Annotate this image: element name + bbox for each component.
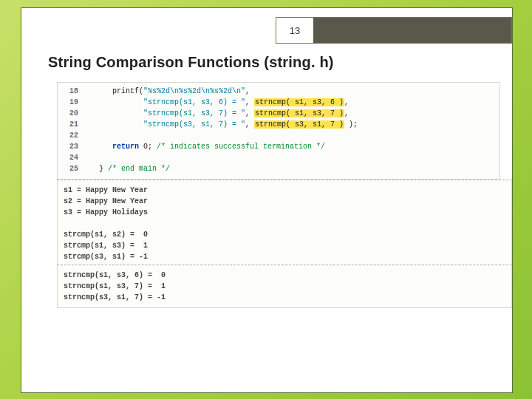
slide-title: String Comparison Functions (string. h) (48, 54, 334, 71)
output-block-1: s1 = Happy New Year s2 = Happy New Year … (57, 180, 512, 267)
code-line: 25 } /* end main */ (58, 163, 499, 174)
code-line: 19 "strncmp(s1, s3, 6) = ", strncmp( s1,… (58, 97, 499, 108)
slide-frame: 13 String Comparison Functions (string. … (21, 7, 513, 393)
code-line: 23 return 0; /* indicates successful ter… (58, 141, 499, 152)
page-number: 13 (276, 18, 313, 43)
code-line: 18 printf("%s%2d\n%s%2d\n%s%2d\n", (58, 86, 499, 97)
code-line: 20 "strncmp(s1, s3, 7) = ", strncmp( s1,… (58, 108, 499, 119)
code-line: 21 "strncmp(s3, s1, 7) = ", strncmp( s3,… (58, 119, 499, 130)
code-block: 18 printf("%s%2d\n%s%2d\n%s%2d\n",19 "st… (57, 82, 500, 180)
output-block-2: strncmp(s1, s3, 6) = 0 strncmp(s1, s3, 7… (57, 265, 512, 308)
code-line: 22 (58, 130, 499, 141)
code-line: 24 (58, 152, 499, 163)
header-bar: 13 (276, 17, 512, 44)
